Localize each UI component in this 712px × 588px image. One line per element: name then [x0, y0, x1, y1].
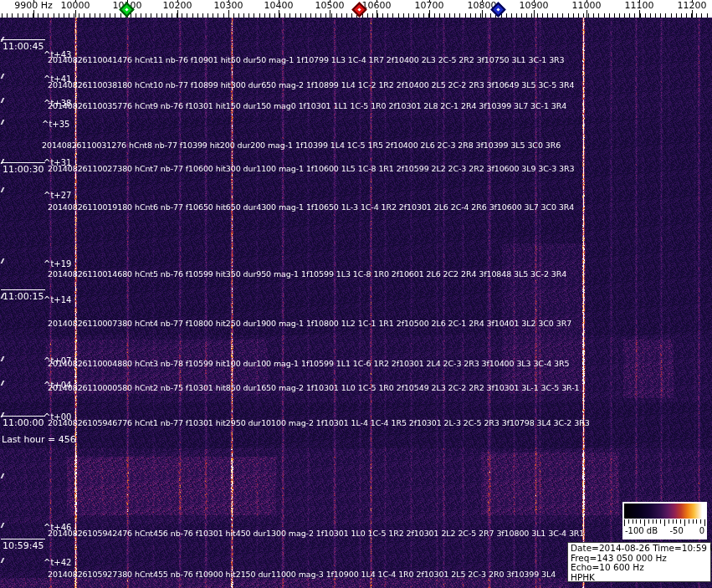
info-station: HPHK — [571, 573, 710, 583]
freq-minor-tick — [367, 13, 368, 18]
freq-minor-tick — [387, 13, 388, 18]
freq-minor-tick — [485, 13, 486, 18]
freq-major-tick — [587, 10, 587, 18]
freq-minor-tick — [526, 13, 527, 18]
freq-minor-tick — [660, 13, 661, 18]
freq-top-tick — [330, 0, 330, 3]
freq-minor-tick — [665, 13, 666, 18]
freq-minor-tick — [151, 13, 151, 18]
freq-top-tick — [639, 0, 640, 3]
freq-major-tick — [429, 10, 430, 18]
freq-minor-tick — [233, 13, 234, 18]
freq-minor-tick — [213, 13, 213, 18]
freq-minor-tick — [686, 13, 687, 18]
freq-minor-tick — [537, 13, 538, 18]
freq-minor-tick — [382, 13, 383, 18]
freq-minor-tick — [43, 13, 44, 18]
freq-minor-tick — [238, 13, 239, 18]
freq-minor-tick — [676, 13, 677, 18]
freq-minor-tick — [573, 13, 574, 18]
freq-minor-tick — [146, 13, 146, 18]
freq-minor-tick — [552, 13, 553, 18]
freq-minor-tick — [69, 13, 69, 18]
freq-minor-tick — [557, 13, 558, 18]
freq-minor-tick — [48, 13, 49, 18]
freq-minor-tick — [588, 13, 589, 18]
freq-minor-tick — [547, 13, 548, 18]
freq-minor-tick — [7, 13, 8, 18]
freq-minor-tick — [223, 13, 224, 18]
freq-major-tick — [177, 10, 178, 18]
freq-top-tick — [33, 0, 34, 3]
freq-minor-tick — [707, 13, 708, 18]
freq-top-tick — [177, 0, 178, 3]
freq-minor-tick — [645, 13, 646, 18]
freq-minor-tick — [192, 13, 193, 18]
freq-minor-tick — [156, 13, 157, 18]
freq-minor-tick — [506, 13, 507, 18]
freq-top-tick — [228, 0, 229, 3]
freq-minor-tick — [95, 13, 95, 18]
freq-minor-tick — [305, 13, 306, 18]
freq-major-tick — [376, 10, 377, 18]
freq-minor-tick — [434, 13, 435, 18]
marker-center-dot — [125, 8, 128, 11]
freq-minor-tick — [274, 13, 275, 18]
freq-minor-tick — [341, 13, 342, 18]
freq-major-tick — [692, 10, 693, 18]
freq-minor-tick — [12, 13, 13, 18]
db-scale-ticks — [624, 519, 705, 526]
freq-minor-tick — [418, 13, 419, 18]
freq-top-tick — [587, 0, 587, 3]
freq-minor-tick — [269, 13, 270, 18]
freq-minor-tick — [79, 13, 79, 18]
freq-minor-tick — [619, 13, 620, 18]
freq-minor-tick — [279, 13, 280, 18]
freq-minor-tick — [480, 13, 481, 18]
freq-minor-tick — [197, 13, 198, 18]
freq-major-tick — [534, 10, 535, 18]
freq-minor-tick — [172, 13, 172, 18]
freq-minor-tick — [562, 13, 563, 18]
freq-minor-tick — [295, 13, 296, 18]
marker-center-dot — [496, 8, 499, 11]
freq-minor-tick — [166, 13, 167, 18]
freq-minor-tick — [243, 13, 244, 18]
freq-minor-tick — [593, 13, 594, 18]
info-date-time: Date=2014-08-26 Time=10:59 UTC — [571, 544, 710, 554]
freq-minor-tick — [64, 13, 64, 18]
freq-minor-tick — [372, 13, 373, 18]
freq-minor-tick — [182, 13, 182, 18]
freq-minor-tick — [681, 13, 682, 18]
freq-minor-tick — [696, 13, 697, 18]
freq-top-tick — [692, 0, 693, 3]
freq-minor-tick — [568, 13, 569, 18]
freq-minor-tick — [218, 13, 218, 18]
freq-minor-tick — [609, 13, 610, 18]
freq-minor-tick — [264, 13, 265, 18]
freq-minor-tick — [105, 13, 105, 18]
freq-minor-tick — [120, 13, 121, 18]
freq-minor-tick — [403, 13, 404, 18]
freq-minor-tick — [413, 13, 414, 18]
freq-minor-tick — [300, 13, 301, 18]
freq-minor-tick — [459, 13, 460, 18]
freq-minor-tick — [624, 13, 625, 18]
freq-minor-tick — [90, 13, 90, 18]
freq-minor-tick — [531, 13, 532, 18]
freq-minor-tick — [542, 13, 543, 18]
freq-minor-tick — [207, 13, 208, 18]
frequency-axis: 9900 Hz100001010010200103001040010500106… — [0, 0, 712, 18]
freq-minor-tick — [54, 13, 54, 18]
freq-minor-tick — [74, 13, 74, 18]
freq-minor-tick — [310, 13, 311, 18]
freq-minor-tick — [110, 13, 110, 18]
freq-minor-tick — [470, 13, 471, 18]
freq-minor-tick — [423, 13, 424, 18]
freq-minor-tick — [136, 13, 136, 18]
db-mid-label: -50 — [669, 526, 683, 535]
freq-minor-tick — [202, 13, 203, 18]
freq-minor-tick — [511, 13, 512, 18]
freq-minor-tick — [320, 13, 321, 18]
freq-minor-tick — [650, 13, 651, 18]
